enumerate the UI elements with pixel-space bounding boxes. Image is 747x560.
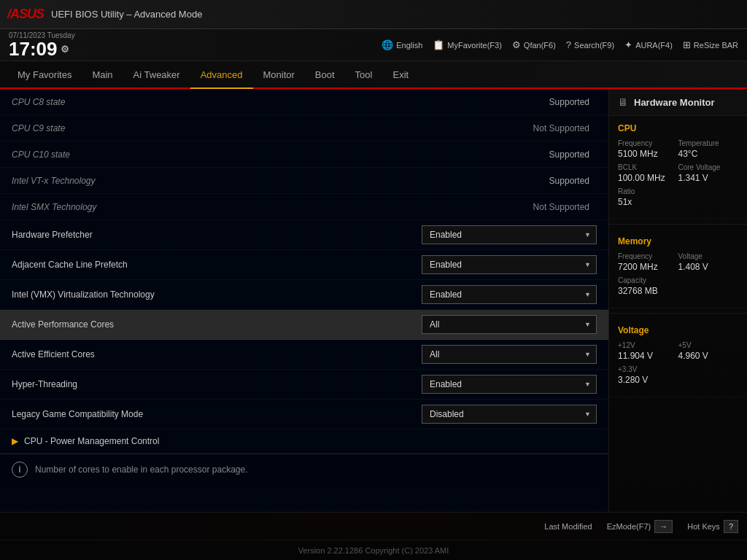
hw-v5-value: 4.960 V xyxy=(678,351,739,361)
hot-keys-btn[interactable]: Hot Keys ? xyxy=(687,520,738,533)
submenu-cpu-power[interactable]: ▶ CPU - Power Management Control xyxy=(0,429,608,454)
nav-ai-tweaker[interactable]: Ai Tweaker xyxy=(123,61,190,89)
nav-monitor[interactable]: Monitor xyxy=(253,61,305,89)
nav-my-favorites[interactable]: My Favorites xyxy=(7,61,82,89)
search-icon: ? xyxy=(566,39,571,50)
hw-cpu-section: CPU Frequency 5100 MHz Temperature 43°C … xyxy=(609,116,747,219)
hw-mem-freq-voltage-row: Frequency 7200 MHz Voltage 1.408 V xyxy=(618,252,738,272)
smx-label: Intel SMX Technology xyxy=(12,202,480,212)
hw-prefetch-select[interactable]: Enabled Disabled xyxy=(422,225,597,244)
setting-vmx: Intel (VMX) Virtualization Technology En… xyxy=(0,280,608,310)
bottom-bar: Last Modified EzMode(F7) → Hot Keys ? xyxy=(0,512,747,540)
legacy-game-dropdown-wrapper: Disabled Enabled xyxy=(422,405,597,424)
legacy-game-select[interactable]: Disabled Enabled xyxy=(422,405,597,424)
nav-tool[interactable]: Tool xyxy=(345,61,383,89)
nav-exit[interactable]: Exit xyxy=(382,61,419,89)
adjacent-cache-select[interactable]: Enabled Disabled xyxy=(422,255,597,274)
my-favorite-btn[interactable]: 📋 MyFavorite(F3) xyxy=(433,39,502,50)
header-title: UEFI BIOS Utility – Advanced Mode xyxy=(51,9,202,20)
hw-memory-section: Memory Frequency 7200 MHz Voltage 1.408 … xyxy=(609,229,747,308)
footer-text: Version 2.22.1286 Copyright (C) 2023 AMI xyxy=(298,546,449,555)
cpu-c8-value: Supported xyxy=(480,97,597,107)
hw-monitor-title: Hardware Monitor xyxy=(634,97,715,108)
setting-hw-prefetch: Hardware Prefetcher Enabled Disabled xyxy=(0,220,608,250)
favorite-label: MyFavorite(F3) xyxy=(447,41,502,50)
hw-v5-label: +5V xyxy=(678,341,739,349)
hw-cpu-freq-col: Frequency 5100 MHz xyxy=(618,139,678,159)
hw-cpu-temp-label: Temperature xyxy=(678,139,739,147)
active-eff-cores-select[interactable]: All 123 xyxy=(422,345,597,364)
hardware-monitor-panel: 🖥 Hardware Monitor CPU Frequency 5100 MH… xyxy=(608,89,747,512)
hw-mem-voltage-value: 1.408 V xyxy=(678,262,739,272)
hw-mem-freq-value: 7200 MHz xyxy=(618,262,678,272)
hw-memory-title: Memory xyxy=(618,236,738,246)
hw-cpu-core-v-value: 1.341 V xyxy=(678,173,739,183)
setting-vtx: Intel VT-x Technology Supported xyxy=(0,168,608,194)
header-bar: /ASUS UEFI BIOS Utility – Advanced Mode xyxy=(0,0,747,29)
nav-main[interactable]: Main xyxy=(82,61,123,89)
hw-v12-label: +12V xyxy=(618,341,678,349)
last-modified-label: Last Modified xyxy=(544,522,592,531)
ez-mode-label: EzMode(F7) xyxy=(607,522,651,531)
hw-v33-label: +3.3V xyxy=(618,365,738,373)
cpu-c8-label: CPU C8 state xyxy=(12,97,480,107)
qfan-label: Qfan(F6) xyxy=(524,41,556,50)
nav-boot[interactable]: Boot xyxy=(305,61,345,89)
vmx-dropdown-wrapper: Enabled Disabled xyxy=(422,285,597,304)
legacy-game-label: Legacy Game Compatibility Mode xyxy=(12,409,422,419)
setting-active-eff-cores: Active Efficient Cores All 123 xyxy=(0,340,608,370)
setting-legacy-game: Legacy Game Compatibility Mode Disabled … xyxy=(0,400,608,429)
vmx-select[interactable]: Enabled Disabled xyxy=(422,285,597,304)
settings-icon[interactable]: ⚙ xyxy=(61,44,69,54)
ez-mode-btn[interactable]: EzMode(F7) → xyxy=(607,520,673,533)
hyperthreading-select[interactable]: Enabled Disabled xyxy=(422,375,597,394)
hot-keys-label: Hot Keys xyxy=(687,522,720,531)
cpu-c10-value: Supported xyxy=(480,149,597,160)
hw-cpu-temp-col: Temperature 43°C xyxy=(678,139,739,159)
monitor-icon: 🖥 xyxy=(618,96,628,108)
hyperthreading-label: Hyper-Threading xyxy=(12,379,422,389)
hw-cpu-freq-value: 5100 MHz xyxy=(618,149,678,159)
setting-cpu-c8: CPU C8 state Supported xyxy=(0,89,608,115)
resize-icon: ⊞ xyxy=(683,39,691,50)
nav-advanced[interactable]: Advanced xyxy=(190,61,253,89)
hw-mem-voltage-col: Voltage 1.408 V xyxy=(678,252,739,272)
hw-mem-capacity-value: 32768 MB xyxy=(618,286,738,296)
resize-label: ReSize BAR xyxy=(694,41,738,50)
hw-divider-1 xyxy=(609,224,747,225)
active-perf-cores-select[interactable]: All 123 456 xyxy=(422,315,597,334)
setting-hyperthreading: Hyper-Threading Enabled Disabled xyxy=(0,370,608,400)
info-icon: i xyxy=(12,462,28,478)
smx-value: Not Supported xyxy=(480,202,597,212)
main-layout: CPU C8 state Supported CPU C9 state Not … xyxy=(0,89,747,512)
search-btn[interactable]: ? Search(F9) xyxy=(566,39,614,50)
date-time-block: 07/11/2023 Tuesday 17:09 ⚙ xyxy=(9,31,75,58)
resize-bar-btn[interactable]: ⊞ ReSize BAR xyxy=(683,39,738,50)
setting-smx: Intel SMX Technology Not Supported xyxy=(0,194,608,220)
last-modified-btn[interactable]: Last Modified xyxy=(544,522,592,531)
hw-v33-value: 3.280 V xyxy=(618,375,738,385)
hw-v12-col: +12V 11.904 V xyxy=(618,341,678,361)
hw-cpu-bclk-col: BCLK 100.00 MHz xyxy=(618,163,678,183)
hw-voltage-section: Voltage +12V 11.904 V +5V 4.960 V +3.3V … xyxy=(609,318,747,397)
time-display: 17:09 ⚙ xyxy=(9,39,75,58)
vtx-label: Intel VT-x Technology xyxy=(12,176,480,186)
hw-divider-2 xyxy=(609,313,747,314)
active-eff-cores-dropdown-wrapper: All 123 xyxy=(422,345,597,364)
active-perf-cores-dropdown-wrapper: All 123 456 xyxy=(422,315,597,334)
hw-cpu-freq-temp-row: Frequency 5100 MHz Temperature 43°C xyxy=(618,139,738,159)
vmx-label: Intel (VMX) Virtualization Technology xyxy=(12,289,422,300)
hw-cpu-temp-value: 43°C xyxy=(678,149,739,159)
aura-btn[interactable]: ✦ AURA(F4) xyxy=(624,39,673,50)
hw-cpu-ratio-row: Ratio 51x xyxy=(618,187,738,207)
setting-cpu-c10: CPU C10 state Supported xyxy=(0,141,608,168)
hw-mem-capacity-col: Capacity 32768 MB xyxy=(618,276,738,296)
toolbar-items: 🌐 English 📋 MyFavorite(F3) ⚙ Qfan(F6) ? … xyxy=(382,39,738,50)
active-eff-cores-label: Active Efficient Cores xyxy=(12,349,422,359)
setting-cpu-c9: CPU C9 state Not Supported xyxy=(0,115,608,141)
language-selector[interactable]: 🌐 English xyxy=(382,39,422,50)
qfan-btn[interactable]: ⚙ Qfan(F6) xyxy=(512,39,556,50)
hw-v33-col: +3.3V 3.280 V xyxy=(618,365,738,385)
aura-icon: ✦ xyxy=(624,39,632,50)
cpu-c9-value: Not Supported xyxy=(480,123,597,133)
